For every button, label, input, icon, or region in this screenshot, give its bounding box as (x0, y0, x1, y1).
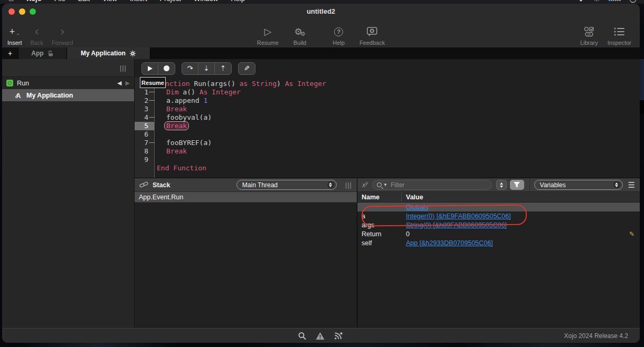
window-titlebar[interactable]: untitled2 (2, 4, 640, 19)
menu-window[interactable]: Window (194, 0, 218, 3)
stepper-control[interactable] (496, 180, 507, 190)
code-editor[interactable]: Function Run(args() as String) As Intege… (135, 78, 640, 178)
clock-menu-icon[interactable]: ◷ (629, 0, 637, 4)
debug-stop-button[interactable] (158, 63, 175, 74)
menu-help[interactable]: Help (231, 0, 245, 3)
expression-xy-icon[interactable]: xy (362, 180, 368, 189)
thread-dropdown[interactable]: Main Thread (236, 180, 337, 190)
resume-toolbar-button[interactable]: ▷ Resume (250, 21, 286, 46)
library-button[interactable]: OK Library (580, 21, 598, 46)
variable-value-link[interactable]: App [&h2933DB0709505C06] (402, 239, 493, 247)
variable-row[interactable]: selfApp [&h2933DB0709505C06] (357, 238, 640, 247)
warnings-status-icon[interactable] (316, 332, 325, 340)
step-over-icon: ↷ (187, 64, 193, 72)
tab-my-application[interactable]: My Application (67, 47, 150, 59)
variable-name: Return (357, 230, 402, 238)
bug-icon (129, 50, 136, 57)
menu-xojo[interactable]: Xojo (27, 0, 42, 3)
header-divider (529, 178, 530, 192)
editor-tabbar: + App My Application (2, 47, 640, 59)
stop-icon (164, 65, 169, 71)
code-line: 1Dim a() As Integer (135, 88, 640, 97)
step-out-icon: ⇡ (220, 64, 226, 72)
window-title: untitled2 (2, 7, 640, 15)
variables-dropdown[interactable]: Variables (534, 180, 623, 190)
version-label: Xojo 2024 Release 4.2 (564, 332, 628, 340)
panel-menu-icon[interactable]: ☰ (628, 180, 635, 190)
back-button[interactable]: ‹ Back (31, 21, 43, 46)
code-line: 9 (135, 156, 640, 164)
forward-button[interactable]: › Forward (52, 21, 73, 46)
help-button[interactable]: ? Help (325, 21, 352, 46)
gears-icon: ⚙⚙ (294, 24, 305, 39)
feed-status-icon[interactable] (334, 331, 344, 340)
variable-value-link[interactable]: Globals (402, 204, 428, 211)
search-status-icon[interactable] (298, 332, 307, 340)
build-button[interactable]: ⚙⚙ Build (286, 21, 314, 46)
library-widgets-icon: OK (582, 24, 596, 39)
variable-value-link[interactable]: Integer(0) [&hE9FABB0609505C06] (402, 213, 511, 220)
navigator-sidebar: ||| Run ◀ ▶ A My Application (2, 59, 135, 328)
debug-resume-button[interactable] (142, 63, 158, 74)
menu-insert[interactable]: Insert (130, 0, 147, 3)
chevron-updown-icon (327, 181, 334, 188)
menu-project[interactable]: Project (160, 0, 181, 3)
sidebar-item-my-application[interactable]: A My Application (2, 89, 134, 101)
tab-app[interactable]: App (18, 47, 67, 59)
edit-value-pencil-icon[interactable]: ✎ (629, 230, 634, 238)
search-icon (377, 182, 382, 187)
nav-back-arrow-icon[interactable]: ◀ (117, 80, 121, 86)
feedback-button[interactable]: Feedback (352, 21, 392, 46)
menu-edit[interactable]: Edit (78, 0, 90, 3)
stack-frame-row[interactable]: App.Event.Run (135, 192, 357, 203)
search-scope-caret-icon[interactable]: ▼ (383, 182, 387, 187)
dropbox-menu-icon[interactable]: ❖ (577, 0, 584, 4)
nav-forward-arrow-icon[interactable]: ▶ (126, 80, 130, 86)
inspector-button[interactable]: Inspector (608, 21, 631, 46)
variable-row[interactable]: argsString(0) [&h89FABB0609505C06] (357, 220, 640, 229)
variable-row[interactable]: Globals (357, 203, 640, 211)
unlock-icon (48, 51, 54, 56)
panel-grip-icon[interactable]: ||| (120, 64, 127, 72)
stack-frame-list: App.Event.Run (135, 192, 357, 203)
value-column-header[interactable]: Value (402, 194, 423, 201)
menu-file[interactable]: File (54, 0, 65, 3)
menu-view[interactable]: View (102, 0, 117, 3)
step-out-button[interactable]: ⇡ (215, 63, 231, 74)
variables-panel: xy ▼ (357, 178, 640, 328)
step-over-button[interactable]: ↷ (182, 63, 198, 74)
question-circle-icon: ? (334, 24, 343, 39)
insert-button[interactable]: +⌄ Insert (7, 21, 22, 46)
stack-panel-header: Stack Main Thread ||| (135, 178, 357, 192)
variable-row[interactable]: aInteger(0) [&hE9FABB0609505C06] (357, 211, 640, 220)
battery-indicator-icon[interactable] (609, 0, 621, 1)
filter-searchbox[interactable]: ▼ (372, 180, 492, 190)
filter-funnel-button[interactable] (510, 180, 524, 190)
debugger-toolbar: ↷ ⇣ ⇡ ✎ (135, 59, 640, 78)
variables-panel-header: xy ▼ (357, 178, 640, 192)
new-tab-button[interactable]: + (2, 47, 18, 59)
variable-row[interactable]: Return0✎ (357, 229, 640, 238)
edit-code-button[interactable]: ✎ (239, 63, 255, 74)
window-statusbar: Xojo 2024 Release 4.2 (2, 328, 640, 343)
stack-grip-icon[interactable]: ||| (345, 181, 352, 189)
editor-column: ↷ ⇣ ⇡ ✎ Resume Function Run(args() as St… (135, 59, 640, 328)
app-project-icon: A (15, 92, 23, 99)
code-line: 5Break (135, 122, 640, 130)
spotlight-extra-icon[interactable]: ✳ (593, 0, 600, 4)
pencil-icon: ✎ (244, 64, 250, 72)
sidebar-item-run[interactable]: Run ◀ ▶ (2, 77, 134, 89)
filter-input[interactable] (391, 181, 487, 189)
feedback-bubble-icon (366, 24, 378, 39)
plus-icon: +⌄ (10, 24, 20, 39)
code-line: End Function (135, 164, 640, 172)
funnel-icon (513, 181, 520, 188)
step-into-button[interactable]: ⇣ (198, 63, 215, 74)
variable-value-link[interactable]: String(0) [&h89FABB0609505C06] (402, 221, 507, 229)
name-column-header[interactable]: Name (357, 192, 402, 202)
code-line: 4foobyval(a) (135, 113, 640, 122)
chevron-right-icon: › (60, 24, 64, 39)
macos-menubar:  Xojo File Edit View Insert Project Win… (0, 0, 644, 4)
sidebar-toolbar: ||| (2, 59, 134, 77)
apple-menu-icon[interactable]:  (8, 0, 14, 3)
